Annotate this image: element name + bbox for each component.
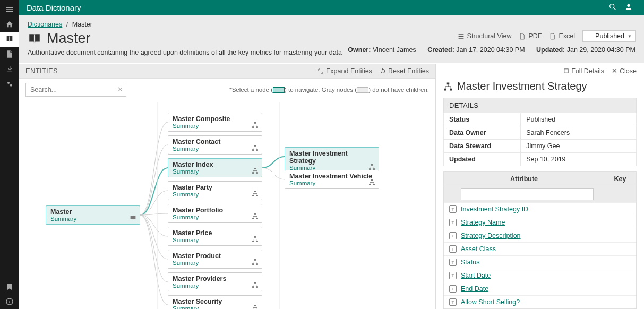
user-icon[interactable] [621,3,637,13]
attribute-link[interactable]: Allow Short Selling? [461,298,520,306]
svg-rect-26 [252,263,254,265]
attribute-row: TStart Date [444,269,636,282]
svg-rect-34 [371,164,373,166]
attribute-link[interactable]: End Date [461,285,488,293]
breadcrumb: Dictionaries / Master [28,21,636,28]
summary-link[interactable]: Summary [173,191,257,198]
tree-node[interactable]: Master PartySummary [168,181,262,200]
tree-node[interactable]: MasterSummary [46,205,140,225]
svg-rect-25 [254,259,256,261]
tree-node[interactable]: Master ContactSummary [168,135,262,154]
expand-entities-button[interactable]: Expand Entities [317,67,372,75]
app-title: Data Dictionary [27,3,605,12]
summary-link[interactable]: Summary [173,305,257,309]
excel-button[interactable]: Excel [549,32,575,40]
detail-row: UpdatedSep 10, 2019 [444,153,637,166]
home-icon[interactable] [0,17,19,32]
tree-node[interactable]: Master PortfolioSummary [168,204,262,223]
tree-node[interactable]: Master IndexSummary [168,158,262,177]
tree-node[interactable]: Master PriceSummary [168,227,262,246]
tree-node[interactable]: Master ProvidersSummary [168,272,262,291]
page-title: Master [28,30,348,47]
entity-search-input[interactable] [25,83,126,97]
svg-rect-24 [256,241,258,242]
tree-node[interactable]: Master CompositeSummary [168,113,262,132]
pdf-button[interactable]: PDF [519,32,542,40]
attribute-link[interactable]: Asset Class [461,245,496,253]
tree-node[interactable]: Master SecuritySummary [168,295,262,309]
svg-rect-22 [254,236,256,238]
attribute-link[interactable]: Strategy Description [461,232,521,239]
menu-icon[interactable] [0,2,19,17]
svg-rect-14 [252,172,254,174]
attribute-row: TAsset Class [444,243,636,256]
bookmark-icon[interactable] [0,279,19,294]
svg-rect-42 [444,88,447,90]
topbar: Data Dictionary [19,0,644,15]
attribute-row: TStatus [444,256,636,269]
entity-tree[interactable]: MasterSummaryMaster CompositeSummaryMast… [19,97,435,309]
summary-link[interactable]: Summary [173,168,257,175]
summary-link[interactable]: Summary [173,282,257,289]
svg-rect-41 [447,82,450,84]
document-icon[interactable] [0,47,19,62]
type-icon: T [449,205,457,213]
download-icon[interactable] [0,62,19,76]
summary-link[interactable]: Summary [289,180,374,186]
tree-node[interactable]: Master Investment VehicleSummary [285,170,379,189]
svg-rect-31 [254,305,256,306]
tree-node[interactable]: Master ProductSummary [168,250,262,269]
svg-rect-12 [256,149,258,151]
attribute-link[interactable]: Strategy Name [461,219,505,226]
full-details-button[interactable]: Full Details [563,67,604,75]
svg-point-1 [10,84,12,87]
attribute-link[interactable]: Investment Strategy ID [461,205,528,213]
summary-link[interactable]: Summary [173,123,257,129]
attribute-filter-input[interactable] [461,188,594,200]
breadcrumb-current: Master [72,21,92,28]
breadcrumb-root[interactable]: Dictionaries [28,21,62,28]
svg-rect-43 [450,88,452,90]
attribute-row: TEnd Date [444,282,636,296]
attribute-row: TStrategy Name [444,216,636,229]
svg-rect-11 [252,149,254,151]
svg-rect-10 [254,145,256,147]
svg-rect-7 [254,122,256,124]
attribute-link[interactable]: Start Date [461,272,491,279]
attributes-table: Attribute Key TInvestment Strategy IDTSt… [443,171,637,309]
summary-link[interactable]: Summary [173,260,257,266]
close-button[interactable]: ✕ Close [612,67,637,75]
book-icon[interactable] [0,32,19,47]
svg-point-4 [627,4,630,7]
svg-rect-20 [252,218,254,219]
type-icon: T [449,219,457,226]
svg-point-3 [610,4,614,8]
attribute-row: TStrategy Description [444,229,636,243]
gears-icon[interactable] [0,76,19,91]
summary-link[interactable]: Summary [173,237,257,243]
info-icon[interactable] [0,294,19,309]
detail-row: StatusPublished [444,113,637,126]
attribute-row: TInvestment Strategy ID [444,203,636,216]
svg-rect-39 [373,184,375,185]
search-icon[interactable] [605,3,621,13]
type-icon: T [449,245,457,253]
type-icon: T [449,285,457,293]
reset-entities-button[interactable]: Reset Entities [380,67,429,75]
publish-state-select[interactable]: Published [582,30,636,42]
summary-link[interactable]: Summary [173,214,257,220]
detail-row: Data StewardJimmy Gee [444,140,637,153]
svg-rect-13 [254,168,256,169]
summary-link[interactable]: Summary [173,145,257,152]
attribute-link[interactable]: Status [461,259,479,266]
svg-rect-8 [252,126,254,128]
svg-rect-9 [256,126,258,128]
svg-rect-18 [256,195,258,196]
svg-rect-15 [256,172,258,174]
structural-view-button[interactable]: Structural View [458,32,512,40]
clear-search-icon[interactable]: ✕ [117,85,123,93]
type-icon: T [449,259,457,266]
summary-link[interactable]: Summary [50,216,135,222]
type-icon: T [449,232,457,239]
svg-rect-30 [256,286,258,288]
